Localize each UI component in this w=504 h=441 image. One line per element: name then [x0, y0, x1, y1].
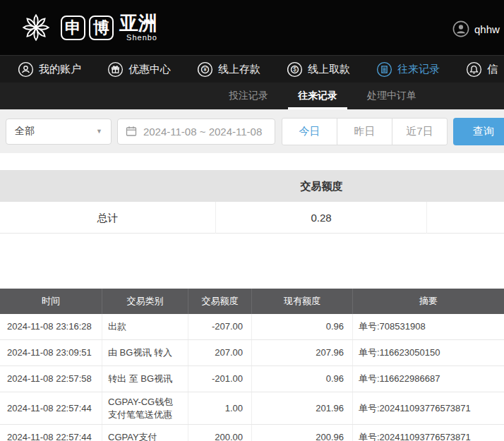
cell-summary: 单号:202411093776573871 — [353, 392, 504, 424]
tab-processing-orders[interactable]: 处理中订单 — [357, 83, 426, 109]
summary-total-label: 总计 — [0, 202, 216, 234]
summary-total-spacer — [427, 202, 504, 234]
nav-item-my-account[interactable]: 我的账户 — [18, 61, 81, 78]
transaction-records-page: 申 博 亚洲 Shenbo qhhw 我的账户 优惠中 — [0, 0, 504, 441]
yesterday-button[interactable]: 昨日 — [337, 118, 392, 145]
svg-text:¥: ¥ — [203, 66, 207, 73]
cell-type: CGPAY支付 — [102, 425, 188, 441]
cell-summary: 单号:116623050150 — [353, 340, 504, 366]
money-withdraw-icon: $ — [287, 61, 303, 78]
cell-amount: 1.00 — [188, 392, 252, 424]
user-icon — [18, 61, 34, 78]
date-shortcut-group: 今日 昨日 近7日 — [282, 118, 448, 145]
nav-item-deposit[interactable]: ¥ 线上存款 — [197, 61, 260, 78]
summary-header-row: 交易额度 — [0, 170, 504, 202]
col-header-balance: 现有额度 — [252, 289, 353, 314]
cell-amount: 207.00 — [188, 340, 252, 366]
cell-summary: 单号:116622986687 — [353, 366, 504, 392]
records-subnav: 投注记录 往来记录 处理中订单 — [0, 83, 504, 109]
cell-amount: 200.00 — [188, 425, 252, 441]
date-range-input[interactable]: 2024-11-08 ~ 2024-11-08 — [117, 119, 275, 145]
nav-label: 我的账户 — [39, 63, 81, 76]
svg-text:$: $ — [293, 66, 296, 73]
col-header-type: 交易类别 — [102, 289, 188, 314]
cell-balance: 200.96 — [252, 425, 353, 441]
tab-transaction-records[interactable]: 往来记录 — [288, 83, 347, 109]
cell-balance: 201.96 — [252, 392, 353, 424]
type-select[interactable]: 全部 ▼ — [6, 119, 112, 145]
table-header-row: 时间 交易类别 交易额度 现有额度 摘要 — [0, 289, 504, 314]
records-icon — [376, 61, 392, 78]
nav-label: 优惠中心 — [128, 63, 171, 76]
nav-item-records[interactable]: 往来记录 — [376, 61, 440, 78]
nav-label: 线上存款 — [218, 63, 260, 76]
username-text: qhhw — [474, 23, 500, 35]
cell-time: 2024-11-08 23:16:28 — [0, 314, 102, 339]
table-row: 2024-11-08 23:09:51 由 BG视讯 转入 207.00 207… — [0, 340, 504, 366]
logo-region-text: 亚洲 — [119, 13, 157, 33]
summary-total-value: 0.28 — [216, 202, 427, 234]
today-button[interactable]: 今日 — [282, 118, 337, 145]
user-avatar-icon — [452, 20, 469, 37]
summary-header-spacer — [0, 170, 216, 202]
table-row: 2024-11-08 22:57:44 CGPAY-CG钱包支付笔笔送优惠 1.… — [0, 392, 504, 425]
table-row: 2024-11-08 22:57:44 CGPAY支付 200.00 200.9… — [0, 425, 504, 441]
flower-logo-icon — [20, 11, 52, 44]
nav-label: 线上取款 — [308, 63, 350, 76]
calendar-icon — [126, 126, 137, 137]
cell-amount: -201.00 — [188, 366, 252, 392]
summary-header-spacer — [427, 170, 504, 202]
cell-balance: 207.96 — [252, 340, 353, 366]
nav-item-withdraw[interactable]: $ 线上取款 — [287, 61, 350, 78]
records-table: 时间 交易类别 交易额度 现有额度 摘要 2024-11-08 23:16:28… — [0, 289, 504, 441]
col-header-amount: 交易额度 — [188, 289, 252, 314]
cell-summary: 单号:708531908 — [353, 314, 504, 339]
type-select-value: 全部 — [15, 125, 35, 138]
date-range-value: 2024-11-08 ~ 2024-11-08 — [143, 126, 262, 138]
logo-char-2: 博 — [89, 16, 114, 40]
filter-bar: 全部 ▼ 2024-11-08 ~ 2024-11-08 今日 昨日 近7日 查… — [0, 109, 504, 153]
cell-amount: -207.00 — [188, 314, 252, 339]
cell-type: 转出 至 BG视讯 — [102, 366, 188, 392]
cell-time: 2024-11-08 22:57:44 — [0, 425, 102, 441]
col-header-time: 时间 — [0, 289, 102, 314]
nav-label: 往来记录 — [397, 63, 440, 76]
nav-item-promotions[interactable]: 优惠中心 — [107, 61, 171, 78]
tab-betting-records[interactable]: 投注记录 — [219, 83, 278, 109]
cell-type: 由 BG视讯 转入 — [102, 340, 188, 366]
brand-region: 亚洲 Shenbo — [119, 13, 157, 42]
cell-time: 2024-11-08 23:09:51 — [0, 340, 102, 366]
logo-char-1: 申 — [61, 16, 85, 40]
col-header-summary: 摘要 — [353, 289, 504, 314]
table-row: 2024-11-08 23:16:28 出款 -207.00 0.96 单号:7… — [0, 314, 504, 340]
cell-balance: 0.96 — [252, 366, 353, 392]
top-header: 申 博 亚洲 Shenbo qhhw — [0, 0, 504, 55]
last7days-button[interactable]: 近7日 — [392, 118, 448, 145]
cell-time: 2024-11-08 22:57:58 — [0, 366, 102, 392]
nav-item-messages[interactable]: 信 — [466, 61, 498, 78]
user-account[interactable]: qhhw — [452, 20, 500, 37]
chevron-down-icon: ▼ — [96, 128, 102, 135]
gift-icon — [107, 61, 124, 78]
query-button[interactable]: 查询 — [453, 118, 504, 145]
summary-header-label: 交易额度 — [216, 170, 427, 202]
main-nav: 我的账户 优惠中心 ¥ 线上存款 $ 线上取款 往来记录 — [0, 55, 504, 83]
cell-type: CGPAY-CG钱包支付笔笔送优惠 — [102, 392, 188, 424]
cell-balance: 0.96 — [252, 314, 353, 339]
cell-summary: 单号:202411093776573871 — [353, 425, 504, 441]
cell-time: 2024-11-08 22:57:44 — [0, 392, 102, 424]
bell-icon — [466, 61, 482, 78]
nav-label: 信 — [487, 63, 498, 76]
logo-subtitle: Shenbo — [126, 33, 157, 42]
summary-table: 交易额度 总计 0.28 — [0, 170, 504, 234]
summary-total-row: 总计 0.28 — [0, 202, 504, 234]
coin-deposit-icon: ¥ — [197, 61, 213, 78]
cell-type: 出款 — [102, 314, 188, 339]
table-row: 2024-11-08 22:57:58 转出 至 BG视讯 -201.00 0.… — [0, 366, 504, 392]
brand-logo: 申 博 — [61, 16, 114, 40]
